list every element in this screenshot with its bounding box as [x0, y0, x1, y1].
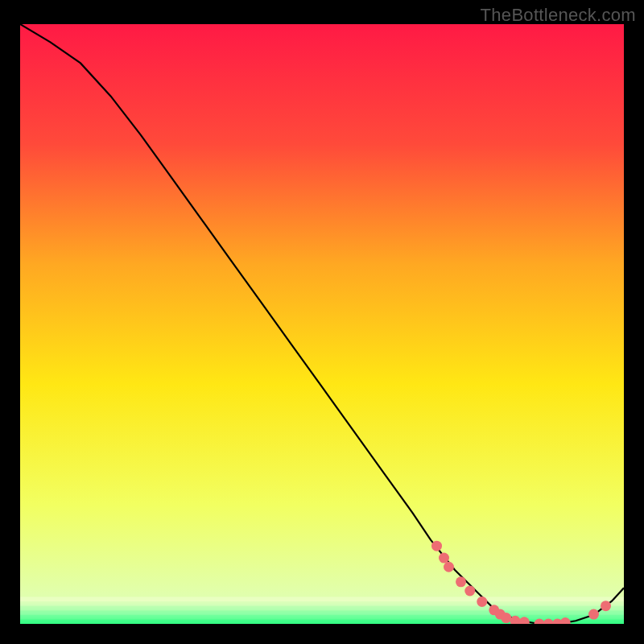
data-point [431, 541, 442, 551]
chart-svg [20, 24, 624, 624]
svg-rect-4 [20, 615, 624, 620]
chart-stage: TheBottleneck.com [0, 0, 644, 644]
svg-rect-0 [20, 597, 624, 602]
watermark-text: TheBottleneck.com [481, 5, 636, 26]
data-point [464, 586, 475, 597]
svg-rect-2 [20, 606, 624, 611]
data-point [588, 609, 599, 620]
data-point [456, 576, 466, 587]
bottom-streaks [20, 597, 624, 625]
plot-area [20, 24, 624, 624]
data-point [501, 613, 511, 623]
data-point [439, 553, 449, 564]
data-point [444, 562, 454, 572]
data-point [477, 597, 487, 607]
svg-rect-3 [20, 610, 624, 615]
svg-rect-1 [20, 601, 624, 606]
gradient-background [20, 24, 624, 624]
data-point [601, 601, 611, 611]
